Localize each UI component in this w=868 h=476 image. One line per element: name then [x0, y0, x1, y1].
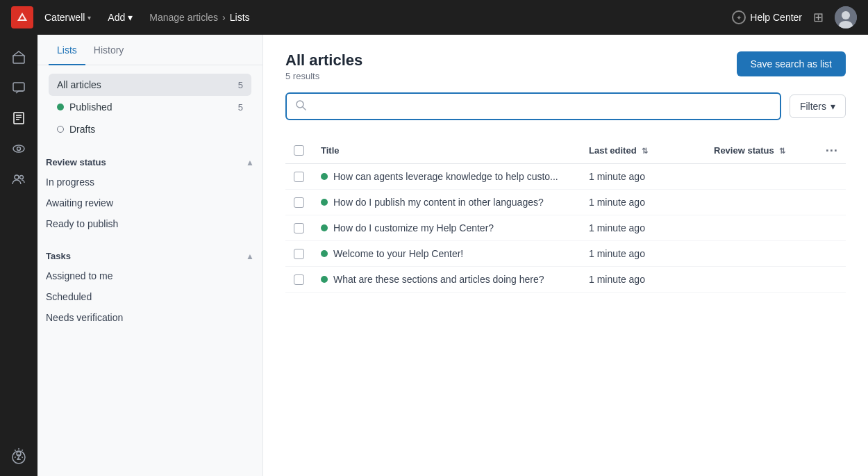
- filter-drafts-left: Drafts: [57, 124, 95, 135]
- row-review-4: [706, 267, 817, 293]
- add-menu[interactable]: Add ▾: [108, 12, 133, 23]
- svg-rect-4: [13, 83, 24, 91]
- add-chevron-icon: ▾: [128, 12, 133, 23]
- article-title-3[interactable]: Welcome to your Help Center!: [333, 248, 463, 259]
- search-icon: [295, 99, 306, 113]
- article-checkbox-0[interactable]: [294, 172, 304, 182]
- article-title-0[interactable]: How can agents leverage knowledge to hel…: [333, 171, 558, 182]
- drafts-dot-icon: [57, 126, 64, 133]
- page-title: All articles: [285, 51, 362, 69]
- help-center-button[interactable]: ✦ Help Center: [732, 10, 802, 24]
- breadcrumb-current: Lists: [230, 12, 250, 23]
- sidebar-icon-home[interactable]: [5, 43, 33, 71]
- tab-history[interactable]: History: [85, 35, 133, 65]
- tasks-label: Tasks: [46, 251, 71, 261]
- top-nav: Caterwell ▾ Add ▾ Manage articles › List…: [0, 0, 868, 35]
- svg-rect-5: [14, 113, 24, 124]
- content-area: All articles 5 results Save search as li…: [263, 35, 868, 476]
- filter-sidebar: Lists History All articles 5 Published 5…: [37, 35, 263, 476]
- table-more-icon[interactable]: ⋯: [825, 143, 837, 157]
- filter-ready-to-publish[interactable]: Ready to publish: [37, 213, 262, 234]
- filter-drafts[interactable]: Drafts: [49, 118, 251, 140]
- filter-needs-verification[interactable]: Needs verification: [37, 307, 262, 328]
- tab-lists[interactable]: Lists: [49, 35, 85, 65]
- article-title-2[interactable]: How do I customize my Help Center?: [333, 222, 494, 233]
- filter-assigned-to-me[interactable]: Assigned to me: [37, 265, 262, 286]
- grid-icon[interactable]: ⊞: [813, 10, 824, 25]
- article-title-4[interactable]: What are these sections and articles doi…: [333, 274, 544, 285]
- header-checkbox[interactable]: [294, 145, 304, 156]
- row-check-4: [285, 267, 312, 293]
- table-row: How do I publish my content in other lan…: [285, 190, 846, 215]
- row-title-1: How do I publish my content in other lan…: [312, 190, 581, 215]
- row-review-0: [706, 164, 817, 190]
- table-row: How do I customize my Help Center? 1 min…: [285, 215, 846, 241]
- row-check-0: [285, 164, 312, 190]
- article-checkbox-3[interactable]: [294, 249, 304, 259]
- search-input[interactable]: [312, 101, 771, 112]
- table-header-row: Title Last edited ⇅ Review status ⇅ ⋯: [285, 137, 846, 164]
- svg-point-11: [15, 175, 19, 179]
- title-section: All articles 5 results: [285, 51, 362, 81]
- th-review-status: Review status ⇅: [706, 137, 817, 164]
- review-status-title: Review status ▲: [37, 149, 262, 172]
- row-last-edited-2: 1 minute ago: [581, 215, 706, 241]
- row-actions-3: [817, 241, 846, 267]
- filters-button[interactable]: Filters ▾: [790, 95, 846, 118]
- last-edited-sort-icon[interactable]: ⇅: [642, 147, 648, 155]
- brand-chevron-icon: ▾: [87, 14, 91, 22]
- search-box: [285, 92, 781, 120]
- sidebar-icon-eye[interactable]: [5, 135, 33, 163]
- breadcrumb-manage[interactable]: Manage articles: [149, 12, 218, 23]
- brand-menu[interactable]: Caterwell ▾: [44, 12, 91, 23]
- svg-text:Z: Z: [17, 454, 21, 461]
- row-review-1: [706, 190, 817, 215]
- sidebar-icon-zendesk[interactable]: Z: [10, 449, 27, 468]
- table-row: What are these sections and articles doi…: [285, 267, 846, 293]
- sidebar-icon-articles[interactable]: [5, 104, 33, 132]
- save-search-button[interactable]: Save search as list: [737, 51, 846, 76]
- table-row: How can agents leverage knowledge to hel…: [285, 164, 846, 190]
- help-center-icon: ✦: [732, 10, 746, 24]
- row-last-edited-3: 1 minute ago: [581, 241, 706, 267]
- filter-section-main: All articles 5 Published 5 Drafts: [37, 65, 262, 149]
- filter-published-left: Published: [57, 101, 112, 113]
- review-status-chevron-icon[interactable]: ▲: [246, 158, 254, 167]
- sidebar-icon-chat[interactable]: [5, 74, 33, 101]
- article-status-dot-2: [321, 224, 328, 231]
- article-checkbox-4[interactable]: [294, 274, 304, 285]
- filter-all-articles-count: 5: [238, 80, 243, 90]
- filters-chevron-icon: ▾: [831, 101, 835, 112]
- brand-name: Caterwell: [44, 12, 85, 23]
- help-center-label: Help Center: [750, 12, 802, 23]
- th-title: Title: [312, 137, 581, 164]
- main-layout: Lists History All articles 5 Published 5…: [37, 35, 868, 476]
- review-sort-icon[interactable]: ⇅: [779, 147, 785, 155]
- user-avatar[interactable]: [835, 6, 857, 28]
- filter-in-progress[interactable]: In progress: [37, 172, 262, 192]
- app-logo: [11, 6, 33, 28]
- filter-published-count: 5: [238, 102, 243, 113]
- filter-scheduled[interactable]: Scheduled: [37, 286, 262, 307]
- filter-tabs: Lists History: [37, 35, 262, 65]
- add-label: Add: [108, 12, 125, 23]
- filter-published-label: Published: [69, 101, 112, 113]
- filter-awaiting-review[interactable]: Awaiting review: [37, 192, 262, 213]
- filter-all-articles[interactable]: All articles 5: [49, 74, 251, 96]
- tasks-chevron-icon[interactable]: ▲: [246, 252, 254, 261]
- sidebar-icon-team[interactable]: [5, 165, 33, 193]
- filter-published[interactable]: Published 5: [49, 96, 251, 118]
- article-checkbox-2[interactable]: [294, 223, 304, 233]
- svg-point-10: [17, 147, 21, 151]
- col-review-label: Review status: [714, 145, 774, 156]
- row-review-3: [706, 241, 817, 267]
- row-title-3: Welcome to your Help Center!: [312, 241, 581, 267]
- th-check: [285, 137, 312, 164]
- top-nav-right: ✦ Help Center ⊞: [732, 6, 857, 28]
- row-last-edited-0: 1 minute ago: [581, 164, 706, 190]
- row-actions-1: [817, 190, 846, 215]
- article-checkbox-1[interactable]: [294, 197, 304, 208]
- article-status-dot-4: [321, 276, 328, 283]
- article-title-1[interactable]: How do I publish my content in other lan…: [333, 197, 544, 208]
- row-actions-0: [817, 164, 846, 190]
